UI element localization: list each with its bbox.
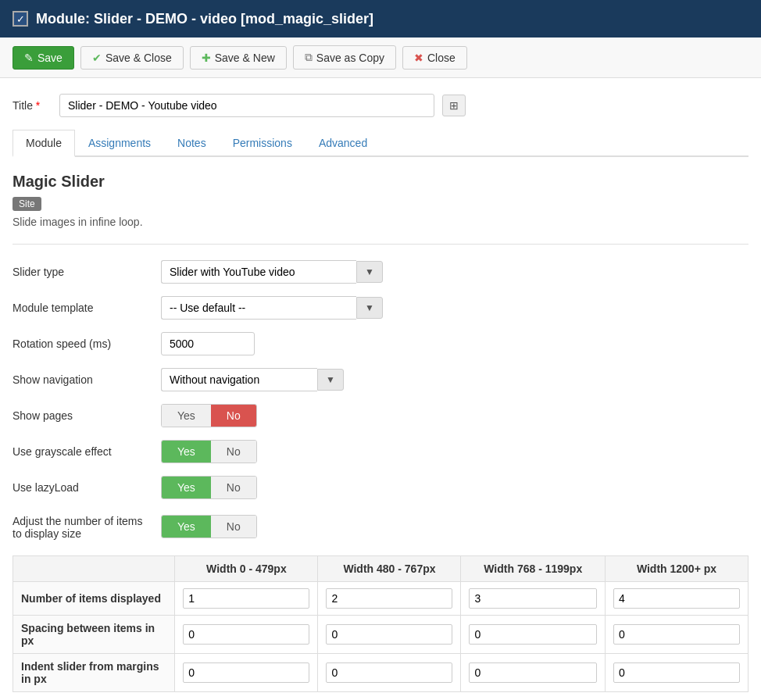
- tab-advanced[interactable]: Advanced: [305, 130, 380, 155]
- use-lazyload-yes-btn[interactable]: Yes: [162, 477, 211, 498]
- save-label: Save: [38, 52, 63, 64]
- show-pages-row: Show pages Yes No: [13, 404, 748, 427]
- slider-type-row: Slider type Slider with YouTube video St…: [13, 260, 748, 284]
- copy-icon: ⧉: [305, 51, 313, 64]
- input-indent-0[interactable]: [183, 662, 309, 683]
- col-header-1: Width 480 - 767px: [318, 556, 461, 582]
- tab-permissions[interactable]: Permissions: [220, 130, 305, 155]
- input-items-2[interactable]: [469, 588, 596, 609]
- save-icon: ✎: [24, 52, 34, 64]
- module-template-dropdown-btn[interactable]: ▼: [356, 297, 383, 319]
- show-pages-no-btn[interactable]: No: [211, 405, 256, 427]
- cell-1-0[interactable]: [175, 616, 318, 654]
- save-new-label: Save & New: [215, 52, 275, 64]
- header-checkbox: ✓: [13, 11, 28, 27]
- use-grayscale-row: Use grayscale effect Yes No: [13, 440, 748, 463]
- cell-0-2[interactable]: [461, 582, 605, 616]
- title-label: Title *: [13, 99, 52, 112]
- input-spacing-3[interactable]: [613, 624, 740, 645]
- module-template-select[interactable]: -- Use default --: [161, 296, 356, 320]
- show-pages-label: Show pages: [13, 409, 153, 422]
- cell-1-2[interactable]: [461, 616, 605, 654]
- show-navigation-select-wrapper: Without navigation With navigation Dots …: [161, 368, 344, 391]
- save-close-label: Save & Close: [105, 52, 172, 64]
- table-row: Spacing between items in px: [13, 616, 748, 654]
- table-row: Indent slider from margins in px: [13, 654, 748, 692]
- cell-2-3[interactable]: [605, 654, 748, 692]
- use-grayscale-toggle: Yes No: [161, 440, 257, 463]
- slider-type-select-wrapper: Slider with YouTube video Standard Slide…: [161, 260, 383, 284]
- input-spacing-2[interactable]: [469, 624, 596, 645]
- cell-2-0[interactable]: [175, 654, 318, 692]
- title-input[interactable]: [59, 94, 434, 117]
- col-header-0: Width 0 - 479px: [175, 556, 318, 582]
- module-content: Magic Slider Site Slide images in infine…: [13, 157, 748, 700]
- cell-2-2[interactable]: [461, 654, 605, 692]
- cell-0-1[interactable]: [318, 582, 461, 616]
- rotation-speed-input[interactable]: [161, 332, 255, 355]
- input-items-0[interactable]: [183, 588, 309, 609]
- show-navigation-select[interactable]: Without navigation With navigation Dots …: [161, 368, 317, 391]
- input-indent-1[interactable]: [326, 662, 452, 683]
- app-header: ✓ Module: Slider - DEMO - video [mod_mag…: [0, 0, 761, 38]
- show-navigation-dropdown-btn[interactable]: ▼: [317, 369, 344, 391]
- show-navigation-label: Show navigation: [13, 373, 153, 386]
- slider-type-dropdown-btn[interactable]: ▼: [356, 261, 383, 283]
- cell-0-0[interactable]: [175, 582, 318, 616]
- toolbar: ✎ Save ✔ Save & Close ✚ Save & New ⧉ Sav…: [0, 38, 761, 78]
- save-copy-button[interactable]: ⧉ Save as Copy: [293, 45, 396, 70]
- input-items-3[interactable]: [613, 588, 740, 609]
- input-spacing-1[interactable]: [326, 624, 452, 645]
- divider: [13, 244, 748, 245]
- use-lazyload-toggle: Yes No: [161, 476, 257, 499]
- use-grayscale-yes-btn[interactable]: Yes: [162, 441, 211, 462]
- close-icon: ✖: [414, 52, 423, 64]
- input-items-1[interactable]: [326, 588, 452, 609]
- module-template-row: Module template -- Use default -- ▼: [13, 296, 748, 320]
- cell-2-1[interactable]: [318, 654, 461, 692]
- slider-type-select[interactable]: Slider with YouTube video Standard Slide…: [161, 260, 356, 284]
- cell-0-3[interactable]: [605, 582, 748, 616]
- tab-assignments[interactable]: Assignments: [75, 130, 164, 155]
- adjust-number-row: Adjust the number of itemsto display siz…: [13, 512, 748, 540]
- module-template-label: Module template: [13, 302, 153, 314]
- cell-1-1[interactable]: [318, 616, 461, 654]
- module-description: Slide images in infine loop.: [13, 216, 748, 228]
- show-pages-toggle: Yes No: [161, 404, 257, 427]
- save-new-button[interactable]: ✚ Save & New: [190, 46, 287, 70]
- save-close-button[interactable]: ✔ Save & Close: [80, 46, 184, 70]
- title-toggle-button[interactable]: ⊞: [442, 95, 466, 116]
- close-button[interactable]: ✖ Close: [402, 46, 467, 70]
- tab-module[interactable]: Module: [13, 130, 75, 157]
- use-lazyload-row: Use lazyLoad Yes No: [13, 476, 748, 499]
- plus-icon: ✚: [202, 52, 211, 64]
- col-header-3: Width 1200+ px: [605, 556, 748, 582]
- use-grayscale-label: Use grayscale effect: [13, 445, 153, 458]
- adjust-number-toggle: Yes No: [161, 515, 257, 538]
- table-row: Number of items displayed: [13, 582, 748, 616]
- save-button[interactable]: ✎ Save: [13, 46, 74, 70]
- rotation-speed-row: Rotation speed (ms): [13, 332, 748, 355]
- required-marker: *: [36, 99, 40, 112]
- show-pages-yes-btn[interactable]: Yes: [162, 405, 211, 427]
- cell-1-3[interactable]: [605, 616, 748, 654]
- tab-notes[interactable]: Notes: [164, 130, 220, 155]
- module-template-select-wrapper: -- Use default -- ▼: [161, 296, 383, 320]
- input-spacing-0[interactable]: [183, 624, 309, 645]
- col-header-2: Width 768 - 1199px: [461, 556, 605, 582]
- tabs-nav: Module Assignments Notes Permissions Adv…: [13, 130, 748, 157]
- adjust-number-no-btn[interactable]: No: [211, 516, 256, 538]
- col-header-label: [13, 556, 175, 582]
- rotation-speed-label: Rotation speed (ms): [13, 338, 153, 350]
- content-area: Title * ⊞ Module Assignments Notes Permi…: [0, 78, 761, 700]
- input-indent-2[interactable]: [469, 662, 596, 683]
- use-lazyload-no-btn[interactable]: No: [211, 477, 256, 498]
- use-grayscale-no-btn[interactable]: No: [211, 441, 256, 462]
- check-icon: ✓: [16, 13, 25, 25]
- adjust-number-yes-btn[interactable]: Yes: [162, 516, 211, 538]
- save-copy-label: Save as Copy: [316, 52, 384, 64]
- input-indent-3[interactable]: [613, 662, 740, 683]
- grid-icon: ⊞: [449, 99, 459, 112]
- close-label: Close: [427, 52, 456, 64]
- module-title: Magic Slider: [13, 173, 748, 191]
